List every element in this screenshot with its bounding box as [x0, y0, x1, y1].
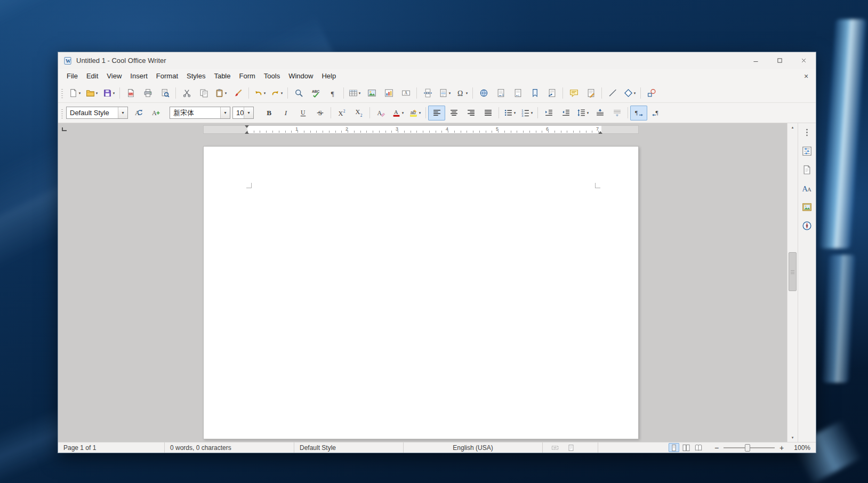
ordered-list-button[interactable]: 1.2.3.▾ — [518, 106, 535, 120]
page-number-status[interactable]: Page 1 of 1 — [58, 442, 165, 453]
menu-format[interactable]: Format — [152, 70, 182, 82]
minimize-button[interactable] — [744, 52, 768, 69]
dropdown-arrow-icon[interactable]: ▾ — [359, 91, 361, 95]
increase-paragraph-spacing-button[interactable] — [591, 106, 608, 120]
styles-deck-button[interactable]: AA — [800, 181, 815, 196]
scrollbar-thumb[interactable] — [789, 252, 797, 291]
tab-stop-selector[interactable] — [62, 127, 67, 131]
menu-file[interactable]: File — [62, 70, 82, 82]
zoom-out-button[interactable]: − — [713, 444, 720, 452]
combobox-dropdown-button[interactable]: ▾ — [220, 107, 230, 118]
find-replace-button[interactable] — [290, 85, 307, 100]
dropdown-arrow-icon[interactable]: ▾ — [449, 91, 451, 95]
page-style-status[interactable]: Default Style — [294, 442, 404, 453]
combobox-dropdown-button[interactable]: ▾ — [118, 107, 127, 118]
underline-button[interactable]: U — [294, 106, 311, 120]
export-pdf-button[interactable]: PDF — [122, 85, 139, 100]
menu-table[interactable]: Table — [210, 70, 235, 82]
toolbar-drag-handle[interactable] — [61, 108, 63, 118]
font-name-combobox[interactable]: 新宋体 ▾ — [170, 107, 230, 119]
strikethrough-button[interactable]: S — [311, 106, 328, 120]
close-button[interactable] — [792, 52, 816, 69]
vertical-scrollbar[interactable]: ▴ ▾ — [787, 123, 798, 442]
unordered-list-button[interactable]: ▾ — [501, 106, 518, 120]
open-button[interactable]: ▾ — [83, 85, 100, 100]
insert-endnote-button[interactable]: i — [509, 85, 526, 100]
subscript-button[interactable]: X2 — [350, 106, 367, 120]
copy-button[interactable] — [195, 85, 212, 100]
multi-page-view-button[interactable] — [681, 443, 692, 452]
update-style-button[interactable]: A — [130, 106, 147, 120]
spelling-button[interactable]: ABC — [307, 85, 324, 100]
insert-page-break-button[interactable] — [419, 85, 436, 100]
insert-footnote-button[interactable]: 1 — [492, 85, 509, 100]
insert-textbox-button[interactable]: A — [397, 85, 414, 100]
single-page-view-button[interactable] — [669, 443, 679, 452]
new-style-button[interactable]: A — [147, 106, 164, 120]
dropdown-arrow-icon[interactable]: ▾ — [281, 91, 283, 95]
title-bar[interactable]: W Untitled 1 - Cool Office Writer — [58, 52, 816, 69]
dropdown-arrow-icon[interactable]: ▾ — [466, 91, 468, 95]
gallery-deck-button[interactable] — [800, 199, 815, 214]
zoom-in-button[interactable]: + — [778, 444, 785, 452]
insert-line-button[interactable] — [604, 85, 621, 100]
menu-styles[interactable]: Styles — [182, 70, 210, 82]
clone-formatting-button[interactable] — [229, 85, 246, 100]
zoom-slider-thumb[interactable] — [745, 444, 750, 452]
dropdown-arrow-icon[interactable]: ▾ — [419, 111, 421, 115]
language-status[interactable]: English (USA) — [404, 442, 543, 453]
dropdown-arrow-icon[interactable]: ▾ — [514, 111, 516, 115]
right-indent-marker[interactable] — [598, 131, 602, 134]
font-color-button[interactable]: A▾ — [389, 106, 406, 120]
highlight-color-button[interactable]: ab▾ — [406, 106, 423, 120]
superscript-button[interactable]: X2 — [333, 106, 350, 120]
menu-insert[interactable]: Insert — [126, 70, 152, 82]
dropdown-arrow-icon[interactable]: ▾ — [587, 111, 589, 115]
basic-shapes-button[interactable]: ▾ — [621, 85, 638, 100]
dropdown-arrow-icon[interactable]: ▾ — [634, 91, 636, 95]
clear-formatting-button[interactable]: A — [372, 106, 389, 120]
scroll-down-button[interactable]: ▾ — [787, 433, 798, 442]
dropdown-arrow-icon[interactable]: ▾ — [402, 111, 404, 115]
book-view-button[interactable] — [693, 443, 704, 452]
dropdown-arrow-icon[interactable]: ▾ — [113, 91, 115, 95]
print-preview-button[interactable] — [156, 85, 173, 100]
page-deck-button[interactable] — [800, 162, 815, 177]
align-center-button[interactable] — [445, 106, 462, 120]
insert-chart-button[interactable] — [380, 85, 397, 100]
justify-button[interactable] — [479, 106, 496, 120]
dropdown-arrow-icon[interactable]: ▾ — [225, 91, 227, 95]
zoom-level[interactable]: 100% — [787, 444, 816, 452]
insert-table-button[interactable]: ▾ — [346, 85, 363, 100]
document-modified-icon[interactable] — [567, 444, 575, 452]
navigator-deck-button[interactable] — [800, 218, 815, 233]
zoom-slider[interactable] — [724, 447, 775, 448]
first-line-indent-marker[interactable] — [245, 125, 249, 128]
right-to-left-button[interactable]: ¶ — [647, 106, 664, 120]
combobox-dropdown-button[interactable]: ▾ — [244, 107, 253, 118]
cut-button[interactable] — [178, 85, 195, 100]
save-button[interactable]: ▾ — [100, 85, 117, 100]
bold-button[interactable]: B — [260, 106, 277, 120]
italic-button[interactable]: I — [277, 106, 294, 120]
decrease-indent-button[interactable] — [557, 106, 574, 120]
insert-image-button[interactable] — [363, 85, 380, 100]
insert-comment-button[interactable] — [565, 85, 582, 100]
insert-cross-reference-button[interactable] — [543, 85, 560, 100]
menu-help[interactable]: Help — [317, 70, 340, 82]
print-button[interactable] — [139, 85, 156, 100]
menu-form[interactable]: Form — [235, 70, 259, 82]
sidebar-settings-button[interactable] — [800, 126, 815, 138]
scrollbar-track[interactable] — [787, 132, 798, 433]
menu-window[interactable]: Window — [284, 70, 317, 82]
redo-button[interactable]: ▾ — [268, 85, 285, 100]
paste-button[interactable]: ▾ — [212, 85, 229, 100]
close-document-button[interactable]: × — [799, 72, 814, 80]
align-left-button[interactable] — [428, 106, 445, 120]
formatting-marks-button[interactable]: ¶ — [324, 85, 341, 100]
dropdown-arrow-icon[interactable]: ▾ — [96, 91, 98, 95]
paragraph-style-combobox[interactable]: Default Style ▾ — [66, 107, 128, 119]
dropdown-arrow-icon[interactable]: ▾ — [79, 91, 81, 95]
track-changes-button[interactable] — [582, 85, 599, 100]
align-right-button[interactable] — [462, 106, 479, 120]
